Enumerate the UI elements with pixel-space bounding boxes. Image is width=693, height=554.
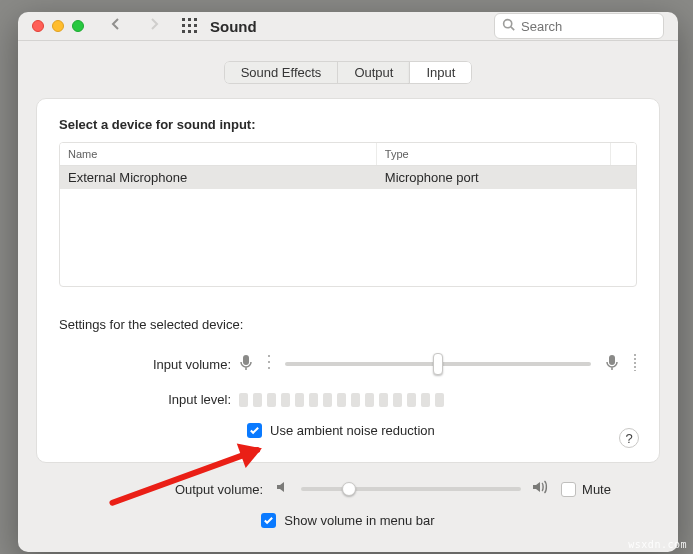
search-input[interactable] xyxy=(521,19,678,34)
select-device-heading: Select a device for sound input: xyxy=(59,117,637,132)
svg-rect-4 xyxy=(188,24,191,27)
output-volume-slider[interactable] xyxy=(301,487,521,491)
sound-prefs-window: Sound Sound Effects Output Input Select … xyxy=(18,12,678,552)
svg-rect-8 xyxy=(194,30,197,33)
mic-quiet-icon xyxy=(239,352,259,376)
input-panel: Select a device for sound input: Name Ty… xyxy=(36,98,660,463)
settings-heading: Settings for the selected device: xyxy=(59,317,637,332)
svg-point-16 xyxy=(634,358,636,360)
search-icon xyxy=(502,17,515,35)
svg-rect-6 xyxy=(182,30,185,33)
tab-label: Sound Effects xyxy=(241,65,322,80)
svg-rect-14 xyxy=(609,355,615,365)
input-level-row: Input level: xyxy=(59,392,637,407)
minimize-icon[interactable] xyxy=(52,20,64,32)
show-volume-checkbox[interactable] xyxy=(261,513,276,528)
device-table: Name Type External Microphone Microphone… xyxy=(59,142,637,287)
svg-point-15 xyxy=(634,354,636,356)
svg-rect-7 xyxy=(188,30,191,33)
noise-reduction-label: Use ambient noise reduction xyxy=(270,423,435,438)
show-volume-row: Show volume in menu bar xyxy=(76,513,620,528)
svg-rect-3 xyxy=(182,24,185,27)
svg-rect-10 xyxy=(243,355,249,365)
svg-point-9 xyxy=(504,20,512,28)
back-button[interactable] xyxy=(108,16,124,36)
input-volume-row: Input volume: xyxy=(59,352,637,376)
table-header: Name Type xyxy=(60,143,636,166)
svg-rect-0 xyxy=(182,18,185,21)
mute-label: Mute xyxy=(582,482,611,497)
nav-buttons xyxy=(108,16,162,36)
svg-point-13 xyxy=(268,367,270,369)
table-row[interactable]: External Microphone Microphone port xyxy=(60,166,636,189)
mic-quiet-dots xyxy=(267,353,271,375)
tabs: Sound Effects Output Input xyxy=(36,61,660,84)
svg-point-18 xyxy=(634,366,636,368)
watermark: wsxdn.com xyxy=(628,539,687,550)
svg-point-12 xyxy=(268,361,270,363)
input-volume-slider[interactable] xyxy=(285,362,591,366)
input-volume-label: Input volume: xyxy=(59,357,239,372)
mic-loud-icon xyxy=(605,352,625,376)
speaker-quiet-icon xyxy=(275,479,291,499)
output-volume-label: Output volume: xyxy=(85,482,265,497)
titlebar: Sound xyxy=(18,12,678,41)
svg-point-19 xyxy=(634,370,636,371)
input-level-meter xyxy=(239,393,637,407)
grid-icon[interactable] xyxy=(182,18,198,34)
slider-thumb[interactable] xyxy=(342,482,356,496)
forward-button[interactable] xyxy=(146,16,162,36)
svg-rect-1 xyxy=(188,18,191,21)
mute-area: Mute xyxy=(561,482,611,497)
content-area: Sound Effects Output Input Select a devi… xyxy=(18,41,678,552)
svg-point-17 xyxy=(634,362,636,364)
window-controls xyxy=(32,20,84,32)
input-level-label: Input level: xyxy=(59,392,239,407)
help-glyph: ? xyxy=(625,431,632,446)
noise-reduction-row: Use ambient noise reduction xyxy=(247,423,637,438)
mic-loud-dots xyxy=(633,353,637,375)
noise-reduction-checkbox[interactable] xyxy=(247,423,262,438)
table-body: External Microphone Microphone port xyxy=(60,166,636,286)
zoom-icon[interactable] xyxy=(72,20,84,32)
svg-rect-2 xyxy=(194,18,197,21)
slider-thumb[interactable] xyxy=(433,353,443,375)
window-title: Sound xyxy=(210,18,257,35)
mute-checkbox[interactable] xyxy=(561,482,576,497)
col-name[interactable]: Name xyxy=(60,143,377,165)
svg-point-11 xyxy=(268,355,270,357)
device-name: External Microphone xyxy=(60,166,377,189)
tab-input[interactable]: Input xyxy=(409,61,472,84)
tab-label: Input xyxy=(426,65,455,80)
tab-sound-effects[interactable]: Sound Effects xyxy=(224,61,339,84)
help-button[interactable]: ? xyxy=(619,428,639,448)
col-spacer xyxy=(610,143,636,165)
tab-label: Output xyxy=(354,65,393,80)
close-icon[interactable] xyxy=(32,20,44,32)
tab-output[interactable]: Output xyxy=(337,61,410,84)
col-type[interactable]: Type xyxy=(377,143,610,165)
show-volume-label: Show volume in menu bar xyxy=(284,513,434,528)
svg-rect-5 xyxy=(194,24,197,27)
speaker-loud-icon xyxy=(531,479,551,499)
device-type: Microphone port xyxy=(377,166,636,189)
search-field[interactable] xyxy=(494,13,664,39)
